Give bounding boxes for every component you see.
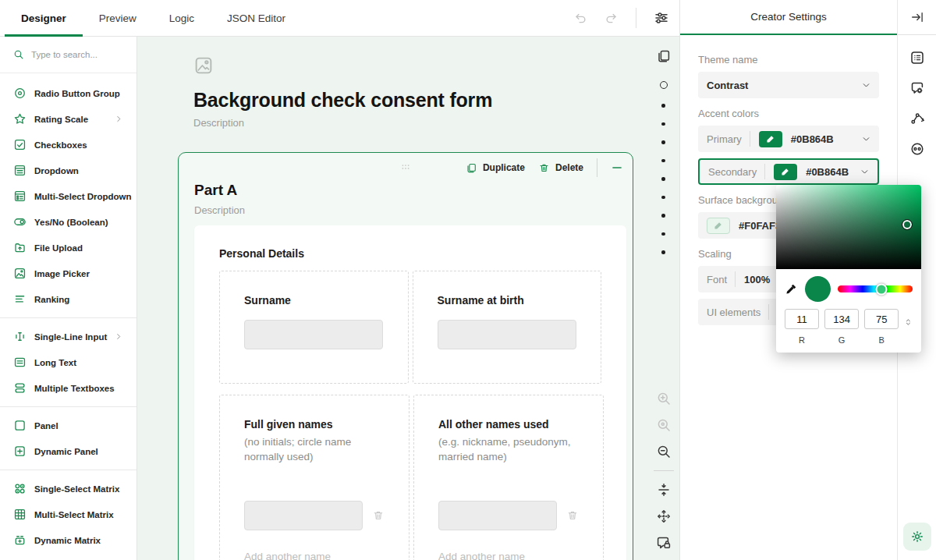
theme-settings-button[interactable]	[903, 523, 931, 551]
text-input[interactable]	[244, 320, 383, 349]
redo-icon[interactable]	[604, 11, 619, 25]
toolbox-item-multiple-textboxes[interactable]: Multiple Textboxes	[0, 375, 136, 401]
add-another-link[interactable]: Add another name	[244, 551, 385, 560]
collapse-panel-icon[interactable]	[611, 161, 623, 174]
color-format-toggle-icon[interactable]	[904, 314, 913, 331]
collapse-all-icon[interactable]	[656, 482, 672, 498]
blue-value-input[interactable]	[864, 309, 899, 329]
page-dot[interactable]	[661, 159, 665, 163]
text-input[interactable]	[438, 501, 557, 530]
hue-slider-handle[interactable]	[875, 283, 887, 295]
red-value-input[interactable]	[785, 309, 819, 329]
delete-button[interactable]: Delete	[538, 162, 583, 174]
toolbox-item-single-line-input[interactable]: Single-Line Input	[0, 324, 136, 349]
remove-item-icon[interactable]	[566, 509, 579, 522]
theme-name-label: Theme name	[698, 54, 879, 66]
question-title: Surname	[244, 294, 384, 307]
page-dot[interactable]	[661, 140, 665, 144]
panel-description[interactable]: Description	[194, 204, 633, 216]
toolbox-item-file-upload[interactable]: File Upload	[0, 235, 136, 261]
toolbox-item-dropdown[interactable]: Dropdown	[0, 158, 136, 183]
question-title: Full given names	[244, 418, 385, 431]
collapse-panel-arrow-icon[interactable]	[910, 10, 924, 24]
page-dot[interactable]	[661, 232, 665, 236]
question-full-given-names[interactable]: Full given names (no initials; circle na…	[219, 395, 410, 560]
form-description[interactable]: Description	[193, 117, 492, 129]
toolbox-item-checkboxes[interactable]: Checkboxes	[0, 132, 136, 158]
logo-placeholder-icon[interactable]	[193, 55, 214, 76]
property-grid-icon[interactable]	[909, 80, 925, 96]
primary-color-swatch[interactable]	[759, 131, 782, 147]
question-surname-at-birth[interactable]: Surname at birth	[413, 271, 602, 384]
locked-comments-icon[interactable]	[656, 535, 672, 551]
question-all-other-names[interactable]: All other names used (e.g. nickname, pse…	[413, 395, 604, 560]
surface-color-hex[interactable]: #F0FAF3	[739, 220, 781, 232]
question-surname[interactable]: Surname	[219, 271, 409, 384]
saturation-cursor[interactable]	[902, 220, 912, 229]
toolbox-item-ranking[interactable]: Ranking	[0, 286, 136, 312]
zoom-out-icon[interactable]	[656, 444, 672, 459]
font-scale-value[interactable]: 100%	[744, 274, 770, 285]
choices-icon[interactable]	[909, 141, 925, 157]
page-dot[interactable]	[661, 177, 665, 181]
drag-handle-icon[interactable]	[397, 161, 414, 173]
tab-designer[interactable]: Designer	[5, 0, 83, 36]
page-dot[interactable]	[661, 104, 665, 108]
logic-flow-icon[interactable]	[909, 111, 925, 126]
zoom-reset-icon[interactable]	[656, 417, 672, 433]
eyedropper-icon[interactable]	[785, 282, 798, 296]
primary-color-hex[interactable]: #0B864B	[791, 133, 834, 145]
toolbox-item-multi-select-matrix[interactable]: Multi-Select Matrix	[0, 502, 136, 527]
toolbox-item-image-picker[interactable]: Image Picker	[0, 261, 136, 286]
green-value-input[interactable]	[824, 309, 859, 329]
remove-item-icon[interactable]	[372, 509, 385, 522]
toolbox-item-single-select-matrix[interactable]: Single-Select Matrix	[0, 476, 136, 502]
ranking-icon	[13, 292, 27, 306]
chevron-right-icon[interactable]	[115, 115, 123, 123]
chevron-down-icon	[862, 81, 870, 90]
secondary-color-hex[interactable]: #0B864B	[806, 166, 849, 178]
duplicate-button[interactable]: Duplicate	[466, 162, 525, 174]
page-dot[interactable]	[661, 122, 665, 126]
chevron-right-icon[interactable]	[115, 332, 123, 341]
toolbox-search[interactable]: Type to search...	[0, 37, 136, 73]
toolbox-item-dynamic-panel[interactable]: Dynamic Panel	[0, 438, 136, 464]
tab-logic[interactable]: Logic	[153, 0, 211, 36]
panel-title[interactable]: Part A	[194, 182, 633, 199]
page-dot[interactable]	[661, 214, 665, 218]
settings-sliders-icon[interactable]	[654, 10, 669, 26]
secondary-color-swatch[interactable]	[774, 164, 797, 180]
search-icon	[13, 49, 24, 60]
tab-json-editor[interactable]: JSON Editor	[211, 0, 302, 36]
text-input[interactable]	[244, 501, 363, 530]
primary-color-row[interactable]: Primary #0B864B	[698, 126, 879, 152]
saturation-gradient-area[interactable]	[776, 185, 921, 269]
toolbox-item-boolean[interactable]: Yes/No (Boolean)	[0, 209, 136, 235]
pages-icon[interactable]	[656, 48, 672, 64]
toolbox-item-panel[interactable]: Panel	[0, 413, 136, 438]
toolbox-item-dynamic-matrix[interactable]: Dynamic Matrix	[0, 527, 136, 553]
panel-part-a[interactable]: Duplicate Delete Part A Description Pers…	[178, 152, 633, 560]
survey-settings-icon[interactable]	[909, 50, 925, 66]
text-input[interactable]	[438, 320, 576, 349]
toolbox-item-radio-button-group[interactable]: Radio Button Group	[0, 80, 136, 106]
toolbox-item-rating-scale[interactable]: Rating Scale	[0, 106, 136, 132]
toolbox-item-long-text[interactable]: Long Text	[0, 349, 136, 375]
search-placeholder: Type to search...	[31, 50, 98, 59]
current-page-indicator[interactable]	[660, 81, 668, 89]
form-title[interactable]: Background check consent form	[193, 89, 492, 112]
page-dot[interactable]	[661, 250, 665, 254]
toolbox-item-multi-select-dropdown[interactable]: Multi-Select Dropdown	[0, 183, 136, 209]
secondary-color-row[interactable]: Secondary #0B864B	[698, 158, 879, 185]
page-dot[interactable]	[661, 196, 665, 200]
hue-slider[interactable]	[838, 285, 913, 292]
undo-icon[interactable]	[573, 11, 587, 25]
radio-button-group-icon	[13, 87, 27, 100]
surface-color-swatch[interactable]	[707, 218, 730, 234]
personal-details-card: Personal Details Surname Surname at birt…	[194, 225, 626, 560]
theme-name-select[interactable]: Contrast	[698, 72, 879, 98]
tab-preview[interactable]: Preview	[83, 0, 153, 36]
zoom-in-icon[interactable]	[656, 391, 672, 406]
expand-surface-icon[interactable]	[656, 509, 672, 524]
add-another-link[interactable]: Add another name	[438, 551, 579, 560]
